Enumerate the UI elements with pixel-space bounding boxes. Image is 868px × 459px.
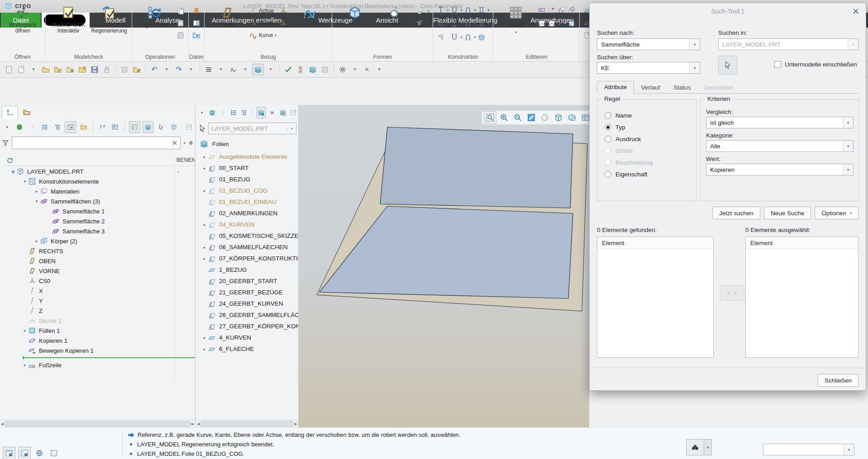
display-style-button[interactable] <box>539 112 551 123</box>
ribbon-tool-achse[interactable]: Achse <box>249 6 277 15</box>
display-menu-button[interactable]: ▾ <box>265 64 276 75</box>
show-model-button[interactable] <box>14 122 25 132</box>
tree-item-cs0[interactable]: CS0 <box>0 276 196 286</box>
options-button[interactable] <box>337 64 348 75</box>
section-view-button[interactable] <box>566 112 578 123</box>
layer-item-01-bezug[interactable]: 01_BEZUG <box>196 174 299 185</box>
layer-item-04-kurven[interactable]: ▸04_KURVEN <box>196 219 299 230</box>
tab-status[interactable]: Status <box>667 82 697 94</box>
find-menu-icon[interactable]: ▾ <box>704 439 712 455</box>
regenerate-menu-button[interactable]: ▾ <box>215 64 226 75</box>
selected-list[interactable]: Element <box>745 237 858 358</box>
expander-icon[interactable]: ▸ <box>201 166 208 170</box>
regenerate-options-button[interactable] <box>203 64 214 75</box>
drag-button[interactable]: ⋮ <box>27 122 38 132</box>
layer-item-02-anmerkungen[interactable]: 02_ANMERKUNGEN <box>196 208 299 219</box>
expander-icon[interactable]: ▸ <box>22 363 28 367</box>
insert-here-line[interactable] <box>0 355 196 360</box>
erase-button[interactable] <box>119 64 130 75</box>
expander-icon[interactable]: ▸ <box>33 239 40 243</box>
ribbon-tool-paste-special[interactable] <box>176 31 185 40</box>
appearance-menu-button[interactable]: ▾ <box>240 64 251 75</box>
expand-all-button[interactable] <box>229 107 238 118</box>
tree-info-button[interactable] <box>183 122 194 132</box>
tab-verlauf[interactable]: Verlauf <box>634 82 667 94</box>
expand-all-button[interactable] <box>40 122 50 132</box>
undo-button[interactable]: ↶ <box>149 64 160 75</box>
filter-tree-button[interactable] <box>97 122 108 132</box>
options-button[interactable]: Optionen▾ <box>815 207 858 219</box>
radio-icon[interactable] <box>605 124 611 131</box>
ribbon-button-modelcheck-regenerierung[interactable]: ModelCHECK Regenerierung <box>90 3 128 34</box>
folder-browser-tab[interactable] <box>19 106 34 118</box>
ribbon-group-label[interactable]: Konstruktion <box>433 54 493 60</box>
ribbon-tool-konstruktion-10[interactable]: ▾ <box>450 33 462 42</box>
layer-item-21-geerbt-bezüge[interactable]: 21_GEERBT_BEZÜGE <box>196 287 299 298</box>
tab-attribute[interactable]: Attribute <box>597 81 634 94</box>
ribbon-button-regenerieren[interactable]: Regenerieren <box>136 3 174 28</box>
layer-item-24-geerbt-kurven[interactable]: 24_GEERBT_KURVEN <box>196 298 299 309</box>
tree-item-sammelfläche-2[interactable]: Sammelfläche 2 <box>0 216 196 226</box>
ribbon-tool-versatz[interactable] <box>568 5 576 14</box>
look-by-combo[interactable]: KE▾ <box>597 62 700 74</box>
rule-option-name[interactable]: Name <box>605 109 696 121</box>
tree-item-materialien[interactable]: ▸Materialien <box>0 186 196 196</box>
value-combo[interactable]: Kopieren▾ <box>706 164 854 175</box>
favorites-button[interactable] <box>78 122 89 132</box>
tree-item-rechts[interactable]: RECHTS <box>0 246 196 256</box>
expander-icon[interactable]: + <box>10 168 16 175</box>
compare-combo[interactable]: ist gleich▾ <box>706 117 854 128</box>
ribbon-tool-konstruktion-7[interactable]: ▾ <box>464 19 476 28</box>
zoom-out-button[interactable] <box>512 112 524 123</box>
settings-list-button[interactable] <box>129 121 140 133</box>
close-menu-button[interactable]: ▾ <box>374 64 385 75</box>
tree-filters-button[interactable] <box>65 121 76 133</box>
open-model-button[interactable] <box>16 64 27 75</box>
ribbon-button-modelcheck-interaktiv[interactable]: ModelCHECK Interaktiv <box>49 3 87 34</box>
open-workspace-button[interactable] <box>52 64 63 75</box>
selection-filter-combo[interactable]: ▾ <box>763 444 854 455</box>
tree-columns-button[interactable] <box>110 122 120 132</box>
ribbon-tool-verschieben[interactable] <box>548 5 556 14</box>
ribbon-tool-koordinatensystem[interactable] <box>279 6 287 15</box>
radio-icon[interactable] <box>605 112 611 119</box>
ribbon-tool-trimmen[interactable] <box>558 5 566 14</box>
ribbon-tool-spiegeln[interactable] <box>538 5 546 14</box>
clear-filter-icon[interactable] <box>172 140 177 146</box>
component-select-button[interactable] <box>168 122 179 132</box>
rule-option-eigenschaft[interactable]: Eigenschaft <box>605 168 696 180</box>
ribbon-tool-zug-kurvenzug[interactable]: ▾ <box>417 6 429 15</box>
layer-item-ausgeblendete-elemente[interactable]: ▸Ausgeblendete Elemente <box>196 151 299 162</box>
layers-hscrollbar[interactable]: ◀▶ <box>196 420 298 427</box>
radio-icon[interactable] <box>605 171 611 178</box>
layer-options-button[interactable]: ▾ <box>198 107 206 118</box>
layer-item-07-körper-konstruktion[interactable]: ▸07_KÖRPER_KONSTRUKTION <box>196 253 299 264</box>
graphics-viewport[interactable] <box>299 105 589 427</box>
expander-icon[interactable]: ▸ <box>201 336 208 340</box>
model-display-button[interactable] <box>252 64 264 76</box>
tree-item-sammelflächen-3-[interactable]: ▾Sammelflächen (3) <box>0 196 196 206</box>
open-menu-button[interactable]: ▾ <box>28 64 39 75</box>
look-for-combo[interactable]: Sammelfläche▾ <box>597 38 700 50</box>
ribbon-tool-standard-koordinatensystem[interactable] <box>279 19 287 28</box>
model-tree-hscrollbar[interactable]: ◀▶ <box>0 420 195 427</box>
saved-views-button[interactable] <box>553 112 564 123</box>
expander-icon[interactable]: ▸ <box>201 155 208 159</box>
ribbon-button-workspace-öffnen[interactable]: Workspace öffnen <box>4 3 42 34</box>
layer-display-button[interactable] <box>307 64 318 75</box>
layer-item-6-flaeche[interactable]: ▸6_FLAECHE <box>196 343 299 355</box>
cursor-icon[interactable] <box>198 124 207 133</box>
close-button[interactable]: Schließen <box>818 374 858 387</box>
layer-tree-button[interactable] <box>143 121 154 133</box>
tree-item-layer-model-prt[interactable]: +LAYER_MODEL.PRT- <box>0 166 196 176</box>
ribbon-button-ebene[interactable]: Ebene <box>208 3 246 28</box>
appearance-gallery-button[interactable]: A <box>228 64 238 75</box>
more-tools-button[interactable]: » <box>268 107 276 118</box>
layers-show-button[interactable] <box>208 107 216 118</box>
collapse-all-button[interactable] <box>240 107 248 118</box>
layer-item-05-kosmetische-skizzen[interactable]: 05_KOSMETISCHE_SKIZZEN <box>196 230 299 241</box>
layer-item-26-geerbt-sammelfläche[interactable]: 26_GEERBT_SAMMELFLÄCHE <box>196 309 299 321</box>
layer-info-button[interactable] <box>279 107 287 118</box>
tree-item-füllen-1[interactable]: ▸Füllen 1 <box>0 326 196 336</box>
ribbon-tool-spiralzug[interactable] <box>417 19 429 28</box>
